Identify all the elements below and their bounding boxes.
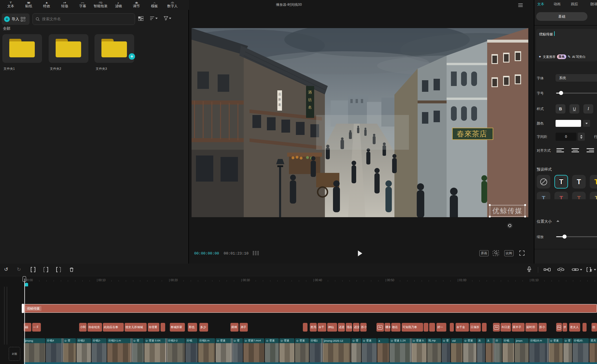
select-tool-button[interactable] <box>587 267 596 272</box>
subtitle-clip[interactable]: 你命犯生 <box>88 323 102 332</box>
undo-button[interactable]: ↺ <box>4 266 8 272</box>
font-size-slider[interactable] <box>556 93 597 94</box>
subtitle-clip[interactable]: 小阿 <box>79 323 87 332</box>
video-clip[interactable]: ⊙变 <box>563 338 572 362</box>
timeline-ruler[interactable]: 00:00| 00:10| 00:20| 00:30| 00:40| 00:50… <box>0 276 597 285</box>
subtitle-clip[interactable]: 但 <box>591 323 597 332</box>
video-clip[interactable]: ⊙变速 <box>265 338 279 362</box>
subtitle-clip[interactable]: 苏小 <box>360 323 367 332</box>
player-menu-icon[interactable] <box>518 3 523 8</box>
video-clip[interactable]: vid <box>451 338 463 362</box>
video-clip[interactable]: 分镜1 <box>310 338 322 362</box>
video-clip[interactable]: ⊙变 <box>442 338 450 362</box>
panel-tab-3[interactable]: 跟踪 <box>571 2 578 7</box>
menu-tab-3[interactable]: ✦特效 <box>38 1 56 10</box>
video-clip[interactable]: 抵.mp <box>427 338 441 362</box>
subtitle-clip[interactable]: 敢在 <box>391 323 401 332</box>
video-clip[interactable]: 分镜2- <box>92 338 107 362</box>
preset-style-tile[interactable]: T <box>590 192 597 199</box>
letter-spacing-input[interactable]: 0 <box>556 133 576 141</box>
overlay-text-selection-box[interactable]: 优鲸传媒 <box>490 205 525 217</box>
subtitle-clip[interactable]: 弟子 <box>240 323 248 332</box>
subtitle-clip[interactable] <box>429 323 435 332</box>
video-clip[interactable]: ⊙变速 <box>463 338 476 362</box>
video-clip[interactable]: 分 <box>494 338 502 362</box>
preset-style-tile[interactable]: T <box>572 175 586 189</box>
subtitle-clip[interactable] <box>161 323 165 332</box>
clip-list-icon[interactable] <box>253 251 259 256</box>
video-clip[interactable]: 分镜 <box>503 338 514 362</box>
video-clip[interactable]: ⊙变速 <box>279 338 294 362</box>
subtitle-clip[interactable]: 届时邪 <box>525 323 538 332</box>
split-keep-left-button[interactable] <box>43 267 49 272</box>
video-clip[interactable]: 分镜5.m <box>198 338 215 362</box>
tab-basic[interactable]: 基础 <box>536 12 587 21</box>
transition-marker[interactable] <box>165 338 168 362</box>
bold-button[interactable]: B <box>556 104 565 114</box>
selection-handle[interactable] <box>489 216 491 217</box>
subtitle-clip[interactable]: 此劫应在奉 <box>103 323 124 332</box>
subtitle-clip[interactable]: Aa <box>376 323 384 332</box>
letter-spacing-stepper[interactable] <box>578 133 585 141</box>
play-button[interactable] <box>358 250 362 256</box>
video-clip[interactable]: ⊙变速 <box>295 338 309 362</box>
video-clip[interactable]: 分镜 <box>185 338 198 362</box>
selection-handle[interactable] <box>524 204 526 206</box>
video-clip[interactable]: ⊙变速 0. <box>412 338 427 362</box>
menu-tab-6[interactable]: ◳智能包装 <box>92 1 110 10</box>
subtitle-clip[interactable]: 日落苏 <box>470 323 481 332</box>
record-voiceover-button[interactable] <box>527 266 532 272</box>
menu-tab-7[interactable]: ◐滤镜 <box>110 1 128 10</box>
video-clip[interactable]: ⊙变速 0.8X <box>144 338 166 362</box>
link-button[interactable] <box>571 267 582 272</box>
video-clip[interactable]: 老夫 <box>589 338 597 362</box>
scale-slider[interactable] <box>556 236 597 237</box>
transition-marker[interactable] <box>321 338 323 362</box>
video-clip[interactable]: a <box>377 338 389 362</box>
panel-tab-1[interactable]: 文本 <box>537 2 544 7</box>
subtitle-clip[interactable]: 令千金 <box>456 323 469 332</box>
ai-write-button[interactable]: AI 写旁白 <box>572 55 585 59</box>
preset-style-tile[interactable]: T <box>572 192 586 199</box>
text-content-input[interactable]: 优鲸传媒 ✦ 文案推荐 限免 ✎ AI 写旁白 <box>536 29 597 61</box>
text-track-clip[interactable]: 优鲸传媒 <box>24 304 597 313</box>
video-clip[interactable]: jimen <box>515 338 529 362</box>
subtitle-clip[interactable] <box>482 323 487 332</box>
color-swatch[interactable] <box>556 120 581 127</box>
original-quality-button[interactable]: 原画 <box>479 250 489 256</box>
video-clip[interactable]: 分镜20. <box>573 338 589 362</box>
video-clip[interactable]: ⊙变速 <box>216 338 232 362</box>
overlay-text[interactable]: 优鲸传媒 <box>490 205 525 216</box>
subtitle-clip[interactable] <box>424 323 428 332</box>
preset-style-tile[interactable]: T <box>554 192 568 199</box>
menu-tab-5[interactable]: ▭字幕 <box>74 1 92 10</box>
align-left-button[interactable] <box>556 147 566 154</box>
video-clip[interactable]: ⊙变 <box>232 338 243 362</box>
subtitle-clip[interactable]: 好一 <box>436 323 446 332</box>
subtitle-clip[interactable]: 哪来 <box>385 323 390 332</box>
video-clip[interactable]: 分镜3-1.m <box>107 338 132 362</box>
fullscreen-button[interactable] <box>519 250 525 256</box>
subtitle-clip[interactable]: 多少 <box>199 323 208 332</box>
cover-tile[interactable]: 封面 <box>9 347 20 361</box>
transition-marker[interactable] <box>231 338 233 362</box>
filter-menu-button[interactable] <box>164 16 171 20</box>
redo-button[interactable]: ↻ <box>17 266 21 272</box>
font-dropdown[interactable]: 系统 <box>556 74 597 82</box>
delete-button[interactable] <box>69 267 74 272</box>
split-button[interactable] <box>30 267 36 272</box>
video-clip[interactable]: ⊙变 <box>351 338 361 362</box>
subtitle-clip[interactable]: 神仙 <box>327 323 337 332</box>
rotate-handle-icon[interactable] <box>507 222 513 229</box>
selection-handle[interactable] <box>524 216 526 217</box>
subtitle-clip[interactable]: 可知我乃奉 <box>402 323 423 332</box>
panel-tab-4[interactable]: 朗读 <box>590 2 597 7</box>
unlink-button[interactable] <box>557 267 565 272</box>
material-qr-icon[interactable] <box>21 17 25 21</box>
playhead-handle[interactable] <box>23 276 26 282</box>
folder-card[interactable] <box>2 34 42 63</box>
video-clip[interactable]: ⊙变速7.mo4 <box>243 338 264 362</box>
subtitle-clip[interactable]: 现在 <box>346 323 352 332</box>
sort-menu-button[interactable] <box>150 16 158 20</box>
subtitle-clip[interactable]: Aa <box>493 323 500 332</box>
